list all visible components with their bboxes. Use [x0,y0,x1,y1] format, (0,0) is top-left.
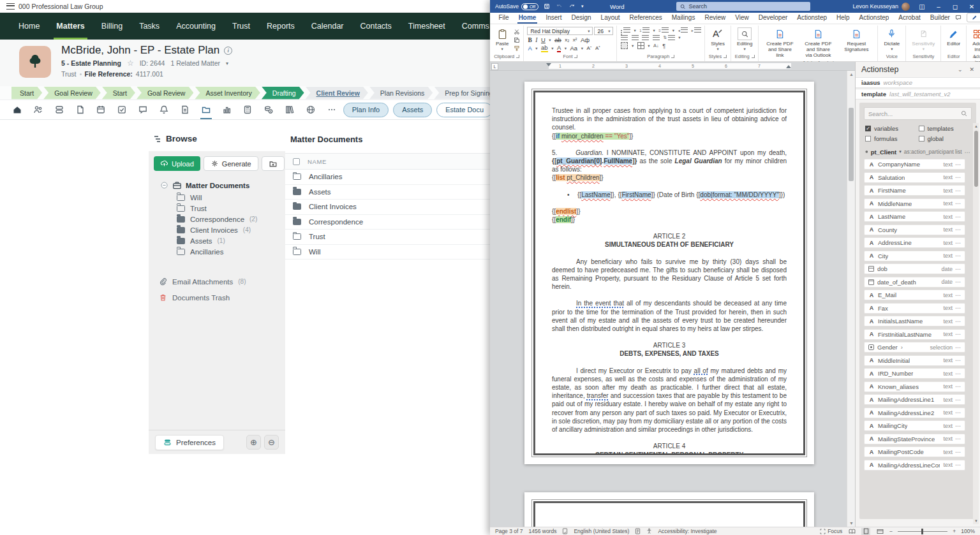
shading-button[interactable] [621,42,628,49]
document-canvas[interactable]: Trustee in all proper cases from applyin… [490,71,855,527]
variable-menu-icon[interactable]: ⋯ [955,370,961,377]
variable-menu-icon[interactable]: ⋯ [955,344,961,351]
billing-icon[interactable] [259,100,278,119]
variable-row-companyname[interactable]: ACompanyNametext⋯ [864,159,965,170]
accessibility-icon[interactable] [646,528,652,534]
tab-selector[interactable]: L [491,63,498,70]
variable-row-firstname[interactable]: AFirstNametext⋯ [864,185,965,196]
panel-close-icon[interactable]: ✕ [969,66,974,73]
decrease-indent-button[interactable]: ◂ [678,27,688,33]
tab-layout-4[interactable]: Layout [596,12,625,24]
tasks-icon[interactable] [112,100,131,119]
collapse-icon[interactable] [160,181,168,189]
workflow-step-asset-inventory[interactable]: Asset Inventory [195,87,260,99]
related-matter-link[interactable]: 1 Related Matter [170,59,220,67]
tab-view-8[interactable]: View [731,12,754,24]
estate-docu-button[interactable]: Estate Docu [436,103,490,117]
account-control[interactable]: Levon Keusseyan [852,0,910,13]
align-center-button[interactable] [632,35,639,41]
email-attachments-item[interactable]: Email Attachments (8) [149,274,285,289]
macro-icon[interactable] [635,528,641,534]
variable-menu-icon[interactable]: ⋯ [955,357,961,363]
panel-search-input[interactable] [868,110,958,117]
word-count[interactable]: 1456 words [528,528,556,534]
zoom-in-button[interactable]: ⊕ [246,435,261,450]
nav-item-reports[interactable]: Reports [258,13,303,40]
paste-button[interactable]: Paste ▾ [493,27,511,52]
workflow-step-goal-review[interactable]: Goal Review [43,87,101,99]
tree-folder-ancillaries[interactable]: Ancillaries [149,246,285,257]
variable-row-initialslastname[interactable]: AInitialsLastNametext⋯ [864,316,965,326]
subscript-button[interactable]: x₂ [565,37,569,43]
maximize-button[interactable]: ◻ [947,0,963,13]
text-effects-button[interactable]: A [528,45,531,52]
grow-font-button[interactable]: Aˆ [586,45,591,52]
checkbox-formulas[interactable] [865,136,871,142]
word-search-box[interactable] [676,2,810,11]
nav-item-trust[interactable]: Trust [224,13,258,40]
doc-list-row-client-invoices[interactable]: Client Invoices [285,200,490,215]
document-page-4[interactable]: As a part of my property and estate at t… [524,492,814,527]
calculator-icon[interactable] [238,100,257,119]
new-folder-button[interactable] [262,156,285,171]
workflow-step-start[interactable]: Start [102,87,135,99]
document-page-3[interactable]: Trustee in all proper cases from applyin… [524,82,814,464]
notes-icon[interactable] [175,100,195,119]
variable-row-addressline[interactable]: AAddressLinetext⋯ [864,237,965,248]
variable-menu-icon[interactable]: ⋯ [955,292,961,298]
dictate-button[interactable]: Dictate ▾ [881,27,902,52]
variable-row-mailingaddresslinecombined[interactable]: AMailingAddressLineCombinedtext⋯ [864,460,965,471]
tab-builder-14[interactable]: Builder [925,12,954,24]
tree-folder-trust[interactable]: Trust [149,203,285,214]
redo-icon[interactable] [568,3,575,10]
nav-item-tasks[interactable]: Tasks [131,13,168,40]
highlight-color-button[interactable]: ab [541,45,548,52]
star-icon[interactable]: ☆ [127,60,134,66]
shrink-font-button[interactable]: A˚ [595,45,600,52]
checkbox-templates[interactable] [919,126,924,131]
phonetic-guide-button[interactable]: Aф [581,37,590,43]
align-right-button[interactable] [642,35,649,41]
language-indicator[interactable]: English (United States) [574,528,629,534]
chevron-down-icon[interactable]: ▾ [226,61,228,66]
doc-list-row-trust[interactable]: Trust [285,230,490,245]
scroll-down-icon[interactable]: ▼ [974,519,978,523]
print-layout-button[interactable] [861,528,870,535]
font-size-select[interactable]: 26▾ [594,27,613,35]
variable-row-known-aliases[interactable]: AKnown_aliasestext⋯ [864,381,965,392]
filter-templates[interactable]: templates [919,125,971,132]
tab-design-3[interactable]: Design [567,12,596,24]
variable-row-mailingaddressline1[interactable]: AMailingAddressLine1text⋯ [864,394,965,405]
multilevel-list-button[interactable]: ≡ [658,27,669,33]
variable-menu-icon[interactable]: ⋯ [955,253,961,259]
autosave-control[interactable]: AutoSave Off [495,3,538,10]
variable-menu-icon[interactable]: ⋯ [955,174,961,180]
nav-item-calendar[interactable]: Calendar [303,13,352,40]
variable-menu-icon[interactable]: ⋯ [955,318,961,325]
checkbox-global[interactable] [919,136,924,142]
tab-insert-2[interactable]: Insert [541,12,567,24]
underline-button[interactable]: U [541,37,546,43]
variable-row-mailingaddressline2[interactable]: AMailingAddressLine2text⋯ [864,407,965,418]
variable-menu-icon[interactable]: ⋯ [955,279,961,285]
plan-info-button[interactable]: Plan Info [343,103,389,117]
checkbox-variables[interactable]: ✓ [865,126,871,131]
doc-list-row-correspondence[interactable]: Correspondence [285,215,490,230]
borders-button[interactable] [637,42,644,49]
doc-list-row-will[interactable]: Will [285,245,490,260]
line-spacing-button[interactable]: ⇅ [663,35,674,41]
request-signatures-button[interactable]: Request Signatures [838,27,874,53]
addins-button[interactable]: Add-ins [970,27,980,53]
workflow-step-plan-revisions[interactable]: Plan Revisions [369,87,433,99]
ribbon-display-options-icon[interactable]: ◫ [914,0,930,13]
template-field[interactable]: template last_will_testament_v2 [856,89,980,99]
page-indicator[interactable]: Page 3 of 7 [495,528,523,534]
variable-menu-icon[interactable]: ⋯ [955,462,961,468]
variable-row-fax[interactable]: AFaxtext⋯ [864,303,965,314]
cut-icon[interactable] [514,29,520,35]
workspace-field[interactable]: iaasus workspace [856,77,980,88]
format-painter-icon[interactable] [514,45,520,52]
scroll-up-icon[interactable]: ▲ [849,72,854,77]
editing-button[interactable]: Editing ▾ [734,27,755,52]
bullets-button[interactable] [621,27,630,33]
